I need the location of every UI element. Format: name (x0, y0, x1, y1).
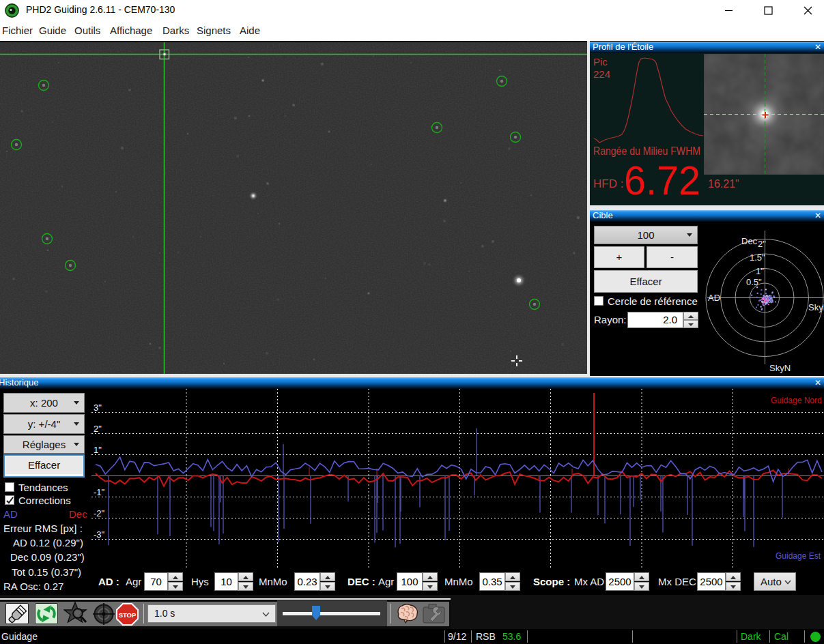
svg-text:16.21": 16.21" (708, 178, 739, 190)
svg-text:SkyN: SkyN (769, 363, 791, 373)
svg-text:Rangée du Milieu FWHM: Rangée du Milieu FWHM (593, 145, 700, 158)
svg-text:Guidage Nord: Guidage Nord (771, 396, 822, 405)
svg-text:-2": -2" (94, 508, 105, 518)
svg-text:Dec: Dec (741, 236, 758, 246)
svg-text:0.5": 0.5" (746, 277, 762, 287)
svg-text:1": 1" (756, 266, 764, 276)
svg-text:HFD :: HFD : (593, 177, 623, 190)
svg-text:2": 2" (94, 424, 102, 434)
svg-text:3": 3" (94, 402, 102, 413)
svg-text:224: 224 (593, 68, 610, 80)
svg-text:6.72: 6.72 (624, 158, 700, 203)
svg-text:Pic: Pic (593, 56, 608, 68)
svg-text:1": 1" (94, 445, 102, 455)
svg-text:Guidage Est: Guidage Est (776, 551, 821, 561)
svg-text:2": 2" (758, 239, 766, 249)
svg-text:SkyE: SkyE (808, 302, 824, 312)
svg-text:-3": -3" (94, 529, 105, 540)
svg-text:STOP: STOP (119, 611, 137, 619)
svg-text:1.5": 1.5" (750, 252, 765, 263)
svg-text:-1": -1" (94, 487, 105, 497)
svg-text:AD: AD (708, 293, 720, 303)
